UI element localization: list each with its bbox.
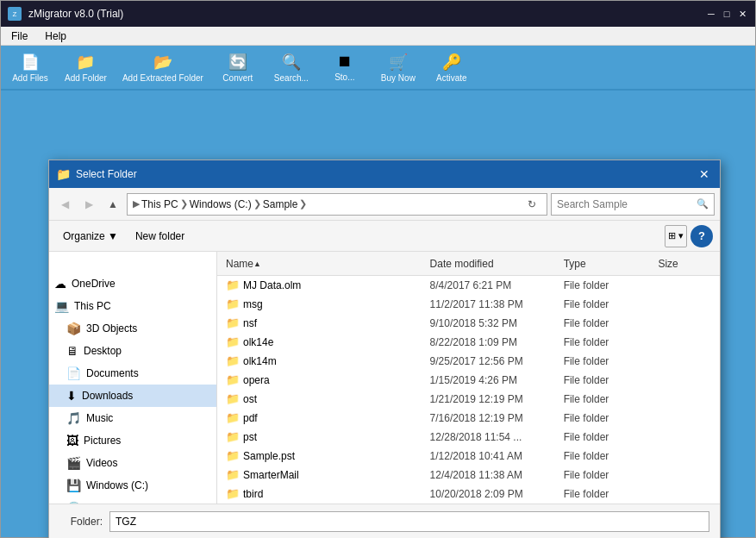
- file-cell-name: 📁 opera: [221, 373, 425, 386]
- minimize-button[interactable]: ─: [705, 8, 717, 20]
- file-row[interactable]: 📁 nsf 9/10/2018 5:32 PM File folder: [217, 314, 720, 333]
- file-cell-date: 8/22/2018 1:09 PM: [425, 336, 559, 348]
- search-input[interactable]: [557, 198, 693, 210]
- file-row[interactable]: 📁 tbird 10/20/2018 2:09 PM File folder: [217, 485, 720, 504]
- col-header-type[interactable]: Type: [559, 252, 653, 275]
- desktop-icon: 🖥: [66, 344, 78, 358]
- nav-item-onedrive[interactable]: ☁ OneDrive: [49, 272, 216, 295]
- dialog-close-button[interactable]: ✕: [696, 166, 713, 183]
- nav-panel: ☁ OneDrive 💻 This PC 📦 3D Objects 🖥 Desk…: [49, 252, 217, 504]
- file-cell-name: 📁 Sample.pst: [221, 449, 425, 462]
- nav-item-videos[interactable]: 🎬 Videos: [49, 452, 216, 474]
- file-cell-date: 8/4/2017 6:21 PM: [425, 279, 559, 291]
- folder-icon: 📁: [226, 392, 240, 405]
- toolbar-convert[interactable]: 🔄 Convert: [212, 48, 264, 86]
- add-extracted-label: Add Extracted Folder: [122, 73, 203, 83]
- nav-item-desktop[interactable]: 🖥 Desktop: [49, 340, 216, 362]
- buy-now-icon: 🛒: [389, 53, 408, 72]
- file-row[interactable]: 📁 olk14m 9/25/2017 12:56 PM File folder: [217, 352, 720, 371]
- file-row[interactable]: 📁 SmarterMail 12/4/2018 11:38 AM File fo…: [217, 466, 720, 485]
- file-row[interactable]: 📁 olk14e 8/22/2018 1:09 PM File folder: [217, 333, 720, 352]
- file-cell-date: 1/12/2018 10:41 AM: [425, 450, 559, 462]
- stop-icon: ⏹: [337, 53, 353, 71]
- file-row[interactable]: 📁 ost 1/21/2019 12:19 PM File folder: [217, 390, 720, 409]
- nav-item-windows-c[interactable]: 💾 Windows (C:): [49, 474, 216, 497]
- file-row[interactable]: 📁 pst 12/28/2018 11:54 ... File folder: [217, 428, 720, 447]
- toolbar-buy-now[interactable]: 🛒 Buy Now: [372, 48, 424, 86]
- organize-label: Organize ▼: [63, 230, 118, 242]
- toolbar-add-files[interactable]: 📄 Add Files: [4, 48, 56, 86]
- add-folder-label: Add Folder: [65, 73, 107, 83]
- new-folder-button[interactable]: New folder: [128, 225, 191, 247]
- folder-icon: 📁: [226, 449, 240, 462]
- folder-icon: 📁: [226, 430, 240, 443]
- nav-up-button[interactable]: ▲: [103, 194, 123, 215]
- file-cell-name: 📁 tbird: [221, 487, 425, 500]
- onedrive-icon: ☁: [54, 277, 66, 291]
- dialog-title-icon: 📁: [56, 167, 71, 181]
- file-row[interactable]: 📁 MJ Data.olm 8/4/2017 6:21 PM File fold…: [217, 276, 720, 295]
- search-box: 🔍: [551, 193, 715, 216]
- address-bar-area: ◀ ▶ ▲ ▶ This PC ❯ Windows (C:) ❯ Sample …: [49, 188, 720, 221]
- dialog-title-bar: 📁 Select Folder ✕: [49, 160, 720, 188]
- add-folder-icon: 📁: [76, 53, 95, 72]
- close-button[interactable]: ✕: [736, 8, 748, 20]
- convert-label: Convert: [222, 73, 253, 83]
- videos-icon: 🎬: [66, 456, 81, 470]
- address-refresh-button[interactable]: ↻: [522, 195, 541, 214]
- folder-icon: 📁: [226, 373, 240, 386]
- file-cell-name: 📁 pst: [221, 430, 425, 443]
- menu-file[interactable]: File: [8, 28, 31, 44]
- buy-now-label: Buy Now: [381, 73, 415, 83]
- toolbar-add-folder[interactable]: 📁 Add Folder: [58, 48, 114, 86]
- view-toggle-button[interactable]: ⊞ ▾: [665, 225, 687, 247]
- nav-back-button[interactable]: ◀: [54, 194, 75, 215]
- file-cell-date: 1/15/2019 4:26 PM: [425, 374, 559, 386]
- file-cell-name: 📁 SmarterMail: [221, 468, 425, 481]
- nav-forward-button[interactable]: ▶: [78, 194, 99, 215]
- nav-item-recovery-d[interactable]: 💿 RECOVERY (D:): [49, 497, 216, 504]
- toolbar-search[interactable]: 🔍 Search...: [266, 48, 317, 86]
- search-magnifier-icon: 🔍: [697, 198, 709, 210]
- maximize-button[interactable]: □: [721, 8, 733, 20]
- main-toolbar: 📄 Add Files 📁 Add Folder 📂 Add Extracted…: [1, 46, 755, 91]
- file-panel: Name Date modified Type Size: [217, 252, 720, 504]
- file-cell-type: File folder: [559, 393, 653, 405]
- file-cell-name: 📁 nsf: [221, 316, 425, 329]
- nav-item-music[interactable]: 🎵 Music: [49, 407, 216, 429]
- toolbar-activate[interactable]: 🔑 Activate: [426, 48, 478, 86]
- nav-item-pictures[interactable]: 🖼 Pictures: [49, 429, 216, 452]
- menu-help[interactable]: Help: [41, 28, 70, 44]
- folder-icon: 📁: [226, 354, 240, 367]
- toolbar-stop[interactable]: ⏹ Sto...: [319, 48, 371, 86]
- new-folder-label: New folder: [135, 230, 184, 242]
- address-box[interactable]: ▶ This PC ❯ Windows (C:) ❯ Sample ❯ ↻: [127, 193, 547, 216]
- col-header-name[interactable]: Name: [221, 252, 425, 275]
- nav-item-this-pc[interactable]: 💻 This PC: [49, 295, 216, 317]
- file-list: 📁 MJ Data.olm 8/4/2017 6:21 PM File fold…: [217, 276, 720, 504]
- file-row[interactable]: 📁 opera 1/15/2019 4:26 PM File folder: [217, 371, 720, 390]
- col-header-date[interactable]: Date modified: [425, 252, 559, 275]
- file-row[interactable]: 📁 Sample.pst 1/12/2018 10:41 AM File fol…: [217, 447, 720, 466]
- organize-button[interactable]: Organize ▼: [56, 225, 125, 247]
- nav-item-downloads[interactable]: ⬇ Downloads: [49, 385, 216, 407]
- help-button[interactable]: ?: [690, 225, 713, 247]
- file-cell-type: File folder: [559, 336, 653, 348]
- file-cell-date: 7/16/2018 12:19 PM: [425, 412, 559, 424]
- folder-input[interactable]: [109, 511, 709, 532]
- add-files-label: Add Files: [12, 73, 48, 83]
- file-cell-date: 9/25/2017 12:56 PM: [425, 355, 559, 367]
- folder-icon: 📁: [226, 411, 240, 424]
- music-icon: 🎵: [66, 411, 81, 425]
- recovery-d-icon: 💿: [66, 501, 81, 504]
- file-cell-date: 1/21/2019 12:19 PM: [425, 393, 559, 405]
- file-row[interactable]: 📁 pdf 7/16/2018 12:19 PM File folder: [217, 409, 720, 428]
- file-cell-type: File folder: [559, 431, 653, 443]
- nav-item-3d-objects[interactable]: 📦 3D Objects: [49, 317, 216, 340]
- documents-icon: 📄: [66, 366, 81, 380]
- toolbar-add-extracted[interactable]: 📂 Add Extracted Folder: [116, 48, 210, 86]
- col-header-size[interactable]: Size: [653, 252, 716, 275]
- folder-icon: 📁: [226, 487, 240, 500]
- nav-item-documents[interactable]: 📄 Documents: [49, 362, 216, 385]
- file-row[interactable]: 📁 msg 11/2/2017 11:38 PM File folder: [217, 295, 720, 314]
